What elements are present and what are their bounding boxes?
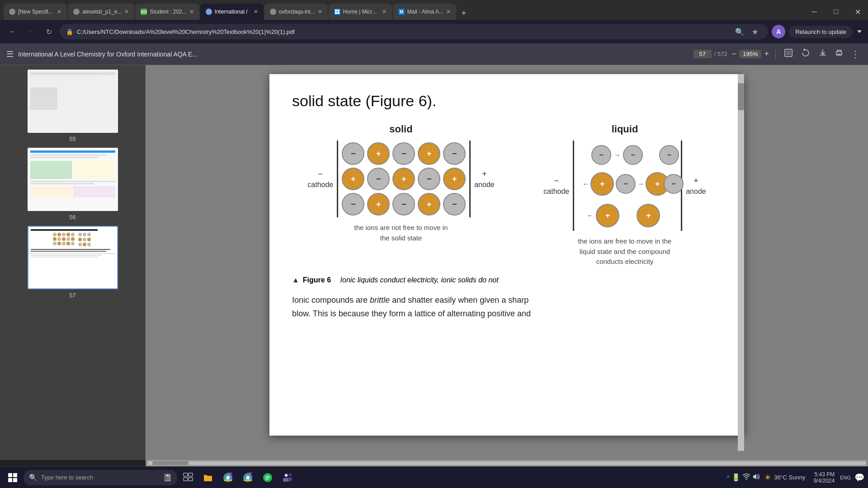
more-options-button[interactable]: ⋮ bbox=[849, 47, 862, 61]
back-button[interactable]: ← bbox=[5, 24, 20, 39]
tab-3-favicon: GO bbox=[141, 9, 147, 15]
solid-caption: the ions are not free to move in the sol… bbox=[351, 223, 451, 243]
relaunch-button[interactable]: Relaunch to update bbox=[789, 26, 853, 38]
arrow-left-2: ← bbox=[587, 212, 593, 219]
tab-bar: [New Specifi... ✕ alevelsb_p1_e... ✕ GO … bbox=[0, 0, 868, 20]
tab-1-close[interactable]: ✕ bbox=[57, 9, 61, 15]
liquid-left-electrode-line bbox=[573, 141, 574, 231]
pdf-horizontal-scrollbar[interactable] bbox=[146, 460, 868, 466]
spotify-icon bbox=[263, 473, 273, 483]
solid-electrode-container: − cathode − + − + bbox=[307, 141, 494, 217]
figure-description: Ionic liquids conduct electricity, ionic… bbox=[340, 276, 499, 284]
solid-ion-pos-3: + bbox=[342, 168, 364, 190]
tab-4[interactable]: International / ✕ bbox=[200, 4, 264, 20]
page-number-input[interactable] bbox=[693, 50, 712, 58]
taskbar-spotify[interactable] bbox=[259, 469, 277, 487]
lock-icon: 🔒 bbox=[66, 28, 73, 35]
solid-ion-neg-5: − bbox=[418, 168, 440, 190]
tab-7-close[interactable]: ✕ bbox=[446, 9, 451, 15]
tab-1-title: [New Specifi... bbox=[18, 9, 53, 15]
scroll-left-btn[interactable] bbox=[146, 460, 147, 466]
fit-page-button[interactable] bbox=[782, 47, 795, 61]
download-button[interactable] bbox=[816, 47, 829, 61]
svg-rect-6 bbox=[786, 51, 791, 55]
liquid-anode-label: anode bbox=[686, 188, 706, 196]
notifications-button[interactable]: 💬 bbox=[854, 473, 864, 483]
solid-ion-grid: − + − + − + − + bbox=[342, 142, 466, 216]
profile-avatar[interactable]: A bbox=[772, 25, 785, 38]
scroll-thumb[interactable] bbox=[152, 461, 189, 465]
zoom-out-button[interactable]: − bbox=[732, 49, 737, 59]
tab-2[interactable]: alevelsb_p1_e... ✕ bbox=[68, 4, 134, 20]
bookmark-icon-btn[interactable]: ★ bbox=[748, 25, 762, 38]
thumbnail-55-image bbox=[28, 70, 118, 133]
rotate-button[interactable] bbox=[799, 47, 812, 61]
tray-icons-area[interactable]: ^ 🔋 bbox=[727, 473, 760, 482]
thumbnail-page-56[interactable]: 56 bbox=[4, 148, 142, 221]
thumbnail-page-57[interactable]: 57 bbox=[4, 226, 142, 299]
weather-text: 36°C Sunny bbox=[774, 474, 806, 481]
taskbar-search[interactable]: 🔍 Type here to search 📓 bbox=[24, 470, 177, 485]
battery-icon: 🔋 bbox=[731, 473, 741, 482]
taskbar-task-view[interactable] bbox=[179, 469, 197, 487]
tab-3-close[interactable]: ✕ bbox=[189, 9, 194, 15]
tab-3[interactable]: GO Student : 202... ✕ bbox=[135, 4, 199, 20]
solid-ion-neg-2: − bbox=[392, 142, 415, 165]
close-button[interactable]: ✕ bbox=[847, 4, 868, 20]
page-navigation: / 572 bbox=[693, 50, 727, 58]
pdf-toolbar: ☰ International A Level Chemistry for Ox… bbox=[0, 43, 868, 65]
address-input-container[interactable]: 🔒 C:/Users/NTC/Downloads/A%20level%20Che… bbox=[60, 24, 768, 39]
taskbar-chrome[interactable] bbox=[219, 469, 237, 487]
solid-ion-pos-1: + bbox=[367, 142, 390, 165]
address-bar: ← → ↻ 🔒 C:/Users/NTC/Downloads/A%20level… bbox=[0, 20, 868, 43]
pdf-scrollbar[interactable] bbox=[738, 74, 744, 451]
taskbar-file-explorer[interactable] bbox=[199, 469, 217, 487]
solid-left-electrode-line bbox=[337, 141, 338, 217]
teams-icon bbox=[282, 473, 293, 483]
svg-rect-11 bbox=[184, 478, 188, 481]
solid-diagram-section: solid − cathode − + bbox=[307, 123, 494, 243]
minimize-button[interactable]: ─ bbox=[804, 4, 825, 20]
task-view-icon bbox=[183, 473, 193, 483]
tab-6-favicon bbox=[334, 9, 340, 15]
pdf-scrollbar-thumb[interactable] bbox=[738, 83, 744, 110]
tab-7[interactable]: M Mail - Alma A... ✕ bbox=[393, 4, 456, 20]
figure-caption: ▲ Figure 6 Ionic liquids conduct electri… bbox=[292, 276, 722, 284]
pdf-content-area[interactable]: solid state (Figure 6). solid − cathode bbox=[146, 65, 868, 460]
clock-display[interactable]: 5:43 PM 9/4/2024 bbox=[813, 471, 835, 484]
thumbnail-page-55[interactable]: 55 bbox=[4, 70, 142, 142]
weather-display: ☀ 36°C Sunny bbox=[764, 473, 806, 483]
reload-button[interactable]: ↻ bbox=[42, 24, 56, 39]
maximize-button[interactable]: □ bbox=[826, 4, 846, 20]
tab-4-favicon bbox=[206, 9, 212, 15]
zoom-in-button[interactable]: + bbox=[764, 49, 769, 59]
relaunch-chevron-icon bbox=[856, 28, 863, 35]
svg-rect-3 bbox=[337, 12, 340, 14]
tab-4-close[interactable]: ✕ bbox=[254, 9, 258, 15]
tab-1[interactable]: [New Specifi... ✕ bbox=[4, 4, 67, 20]
print-button[interactable] bbox=[833, 47, 845, 61]
liq-neg-4: − bbox=[616, 174, 636, 194]
search-icon-btn[interactable]: 🔍 bbox=[733, 25, 746, 38]
taskbar-chrome-2[interactable] bbox=[239, 469, 257, 487]
tab-5-close[interactable]: ✕ bbox=[318, 9, 322, 15]
sidebar-toggle-button[interactable]: ☰ bbox=[6, 49, 14, 59]
solid-row-1: − + − + − bbox=[342, 142, 466, 165]
thumbnail-sidebar[interactable]: 55 bbox=[0, 65, 146, 460]
tab-2-close[interactable]: ✕ bbox=[124, 9, 129, 15]
arrow-right-2: → bbox=[637, 180, 644, 188]
liquid-label: liquid bbox=[612, 123, 638, 135]
tray-chevron-icon[interactable]: ^ bbox=[727, 474, 730, 481]
start-button[interactable] bbox=[4, 469, 22, 487]
new-tab-button[interactable]: + bbox=[457, 6, 471, 20]
solid-anode-label: anode bbox=[474, 181, 495, 189]
forward-button[interactable]: → bbox=[24, 24, 38, 39]
tab-6-close[interactable]: ✕ bbox=[382, 9, 387, 15]
svg-rect-0 bbox=[335, 9, 337, 12]
tab-5[interactable]: oxfordaqa-int... ✕ bbox=[264, 4, 328, 20]
scroll-track[interactable] bbox=[148, 461, 866, 465]
liquid-cathode-label: cathode bbox=[543, 188, 569, 196]
tab-1-favicon bbox=[9, 9, 15, 15]
tab-6[interactable]: Home | Micr... ✕ bbox=[329, 4, 392, 20]
taskbar-teams[interactable] bbox=[278, 469, 297, 487]
